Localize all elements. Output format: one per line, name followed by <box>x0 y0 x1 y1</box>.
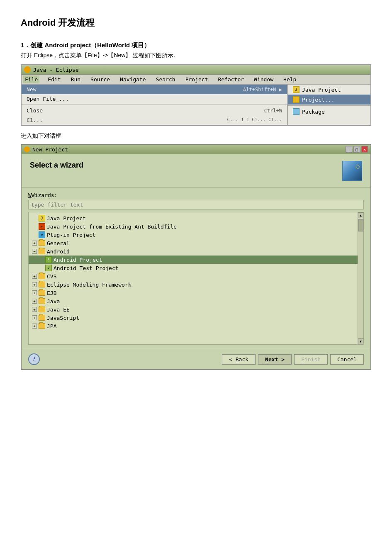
eclipse-file-dropdown: New Alt+Shift+N ▶ Open File_... Close Ct… <box>22 85 287 125</box>
expand-java-ee[interactable]: + <box>32 307 37 312</box>
dialog-footer: ? < Back Next > Finish Cancel <box>22 349 370 369</box>
expand-android[interactable]: − <box>32 249 37 254</box>
expand-jpa[interactable]: + <box>32 324 37 329</box>
menu-search[interactable]: Search <box>154 75 177 83</box>
menu-file[interactable]: File <box>23 75 39 83</box>
eclipse-titlebar: Java - Eclipse <box>22 65 370 75</box>
submenu-separator <box>288 105 370 106</box>
package-icon <box>293 108 299 115</box>
expand-emf[interactable]: + <box>32 282 37 287</box>
java-project-icon: J <box>293 86 299 93</box>
tree-item-emf[interactable]: + Eclipse Modeling Framework <box>29 280 358 289</box>
menu-item-close[interactable]: Close Ctrl+W <box>22 106 287 115</box>
dialog-body: WWizards: J Java Project ✦ Java Project … <box>22 188 370 349</box>
wizard-icon <box>342 161 362 181</box>
expand-javascript[interactable]: + <box>32 315 37 320</box>
tree-item-plugin[interactable]: ⚙ Plug-in Project <box>29 231 358 239</box>
dialog-title: New Project <box>32 146 68 153</box>
submenu-project[interactable]: Project... <box>288 95 370 105</box>
dialog-titlebar-left: New Project <box>24 146 68 153</box>
close-button[interactable]: ✕ <box>361 146 368 153</box>
emf-folder-icon <box>39 281 45 288</box>
tree-container: J Java Project ✦ Java Project from Exist… <box>28 212 364 345</box>
menu-refactor[interactable]: Refactor <box>216 75 246 83</box>
menu-project[interactable]: Project <box>184 75 210 83</box>
android-folder-icon <box>39 248 45 255</box>
wizard-graphic <box>342 161 362 181</box>
dialog-titlebar-buttons: _ □ ✕ <box>346 146 368 153</box>
eclipse-menubar: File Edit Run Source Navigate Search Pro… <box>22 75 370 85</box>
jpa-folder-icon <box>39 323 45 329</box>
dialog-header-title: Select a wizard <box>30 161 83 170</box>
scrollbar-down-button[interactable]: ▼ <box>358 338 364 344</box>
intro-text-2: 进入如下对话框 <box>21 132 371 140</box>
ejb-folder-icon <box>39 290 45 296</box>
eclipse-submenu-new: J Java Project Project... Package <box>287 85 370 125</box>
java-project-tree-icon: J <box>39 215 45 222</box>
java-ant-tree-icon: ✦ <box>39 223 45 230</box>
page-title: Android 开发流程 <box>21 17 371 29</box>
expand-cvs[interactable]: + <box>32 274 37 279</box>
tree-item-ejb[interactable]: + EJB <box>29 289 358 297</box>
tree-item-general[interactable]: + General <box>29 239 358 247</box>
menu-window[interactable]: Window <box>252 75 275 83</box>
menu-navigate[interactable]: Navigate <box>118 75 148 83</box>
cvs-folder-icon <box>39 273 45 280</box>
minimize-button[interactable]: _ <box>346 146 352 153</box>
menu-item-new[interactable]: New Alt+Shift+N ▶ <box>22 85 287 94</box>
javascript-folder-icon <box>39 314 45 321</box>
back-button[interactable]: < Back <box>222 354 256 365</box>
plugin-tree-icon: ⚙ <box>39 231 45 238</box>
cancel-button[interactable]: Cancel <box>330 354 364 365</box>
menu-item-open-file[interactable]: Open File_... <box>22 94 287 104</box>
scrollbar-up-button[interactable]: ▲ <box>358 212 364 218</box>
eclipse-window: Java - Eclipse File Edit Run Source Navi… <box>21 64 371 126</box>
dialog-header: Select a wizard <box>22 154 370 188</box>
help-button[interactable]: ? <box>28 353 40 365</box>
menu-separator-1 <box>22 105 287 105</box>
dialog-buttons: < Back Next > Finish Cancel <box>43 354 364 365</box>
eclipse-title: Java - Eclipse <box>33 67 79 73</box>
android-project-icon: A <box>45 256 52 263</box>
tree-content: J Java Project ✦ Java Project from Exist… <box>29 212 358 344</box>
tree-item-jpa[interactable]: + JPA <box>29 322 358 330</box>
tree-item-javascript[interactable]: + JavaScript <box>29 314 358 322</box>
tree-item-android-test[interactable]: J Android Test Project <box>29 264 358 272</box>
tree-scrollbar: ▲ ▼ <box>358 212 363 344</box>
android-test-icon: J <box>45 265 52 271</box>
filter-input[interactable] <box>28 200 364 209</box>
section-1: 1．创建 Android project（HelloWorld 项目） 打开 E… <box>21 41 371 59</box>
tree-item-java-project[interactable]: J Java Project <box>29 214 358 222</box>
dialog-title-icon <box>24 146 30 152</box>
tree-item-cvs[interactable]: + CVS <box>29 272 358 280</box>
project-icon <box>293 96 299 103</box>
eclipse-icon <box>24 66 31 73</box>
scrollbar-thumb[interactable] <box>358 219 363 231</box>
section-heading: 1．创建 Android project（HelloWorld 项目） <box>21 41 371 49</box>
submenu-java-project[interactable]: J Java Project <box>288 85 370 95</box>
expand-java-group[interactable]: + <box>32 299 37 304</box>
menu-edit[interactable]: Edit <box>46 75 62 83</box>
maximize-button[interactable]: □ <box>353 146 360 153</box>
expand-ejb[interactable]: + <box>32 290 37 295</box>
section-desc: 打开 Eclipse，点击菜单【File】->【New】,过程如下图所示. <box>21 52 371 59</box>
tree-item-java-ee[interactable]: + Java EE <box>29 305 358 314</box>
tree-item-android-project[interactable]: A Android Project <box>29 256 358 264</box>
eclipse-menu-content: New Alt+Shift+N ▶ Open File_... Close Ct… <box>22 85 370 125</box>
general-folder-icon <box>39 240 45 246</box>
tree-item-java-ant[interactable]: ✦ Java Project from Existing Ant Buildfi… <box>29 222 358 231</box>
java-group-folder-icon <box>39 298 45 304</box>
expand-general[interactable]: + <box>32 241 37 246</box>
dialog-titlebar: New Project _ □ ✕ <box>22 145 370 154</box>
menu-item-more: C1... C... 1 1 C1... C1... <box>22 115 287 125</box>
java-ee-folder-icon <box>39 306 45 313</box>
wizards-label: WWizards: <box>28 192 364 198</box>
menu-run[interactable]: Run <box>69 75 82 83</box>
tree-item-android[interactable]: − Android <box>29 247 358 256</box>
tree-item-java-group[interactable]: + Java <box>29 297 358 305</box>
menu-help[interactable]: Help <box>282 75 298 83</box>
submenu-package[interactable]: Package <box>288 107 370 117</box>
menu-source[interactable]: Source <box>89 75 112 83</box>
finish-button[interactable]: Finish <box>294 354 328 365</box>
next-button[interactable]: Next > <box>258 354 292 365</box>
